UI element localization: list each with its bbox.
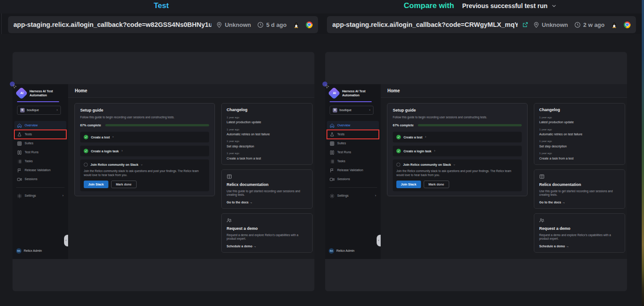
flag-icon <box>17 168 22 173</box>
task-join-slack: Join Relicx community on Slack › Join th… <box>80 159 209 191</box>
project-badge: B <box>20 108 25 112</box>
task-description: Join the Relicx community slack to ask q… <box>84 169 206 177</box>
gear-icon <box>330 194 335 198</box>
brand: AI Harness AI Test Automation <box>14 87 66 99</box>
sidebar-item-release-validation: Release Validation <box>327 166 379 175</box>
setup-guide-title: Setup guide <box>80 108 209 113</box>
sidebar-item-test-runs: Test Runs <box>14 148 66 157</box>
user-name: Relicx Admin <box>336 249 354 253</box>
documentation-title: Relicx documentation <box>539 182 620 188</box>
changelog-title: Changelog <box>539 108 620 113</box>
documentation-description: Use this guide to get started recording … <box>539 190 620 197</box>
sidebar-item-suites: Suites <box>14 139 66 148</box>
project-name: boutique <box>27 108 54 112</box>
chevron-right-icon: › <box>62 194 64 198</box>
sidebar-item-tests: Tests <box>14 130 66 139</box>
mark-done-button: Mark done <box>424 181 449 188</box>
sidebar-item-tests: Tests <box>327 130 379 139</box>
sidebar-item-label: Release Validation <box>25 168 51 172</box>
video-icon <box>17 177 22 182</box>
flask-icon <box>330 132 335 137</box>
check-icon <box>396 135 401 139</box>
join-slack-button: Join Slack <box>84 181 108 188</box>
test-screenshot-panel[interactable]: AI Harness AI Test Automation B boutique… <box>13 52 314 291</box>
task-description: Join the Relicx community slack to ask q… <box>396 169 518 177</box>
sidebar-item-release-validation: Release Validation <box>14 166 66 175</box>
comparison-panels: AI Harness AI Test Automation B boutique… <box>0 34 642 306</box>
compare-target-dropdown[interactable]: Previous successful test run <box>462 2 557 9</box>
test-title: Test <box>4 1 318 10</box>
check-icon <box>84 149 88 153</box>
test-url[interactable]: app-staging.relicx.ai/login_callback?cod… <box>13 21 211 28</box>
external-link-icon[interactable] <box>522 22 528 28</box>
harness-logo-icon: AI <box>15 87 28 99</box>
location-pin-icon <box>533 22 540 28</box>
changelog-entry: 1 year ago Automatic retries on test fai… <box>227 128 307 137</box>
sidebar-item-label: Tasks <box>337 159 345 163</box>
progress-bar <box>105 124 209 126</box>
chevron-down-icon <box>551 3 557 9</box>
sidebar-item-tasks: Tasks <box>14 157 66 166</box>
grid-icon <box>17 141 22 146</box>
brand-divider <box>17 101 59 102</box>
documentation-card: Relicx documentation Use this guide to g… <box>534 169 625 209</box>
app-main: Home Setup guide Follow this guide to be… <box>381 84 627 259</box>
join-slack-button: Join Slack <box>396 181 421 188</box>
request-demo-description: Request a demo and explore Relicx's capa… <box>227 233 307 241</box>
brand-title: Harness AI Test Automation <box>342 89 378 98</box>
gear-icon <box>17 194 22 198</box>
compare-with-label: Compare with <box>404 1 454 10</box>
unchecked-circle-icon <box>396 163 400 167</box>
home-icon <box>17 123 22 128</box>
brand: AI Harness AI Test Automation <box>327 87 379 99</box>
app-screenshot: AI Harness AI Test Automation B boutique… <box>325 84 627 259</box>
home-icon <box>330 123 335 128</box>
captured-time: 5 d ago <box>257 22 287 28</box>
sidebar-nav: Overview Tests Suites Test Runs <box>327 121 379 184</box>
request-demo-card: Request a demo Request a demo and explor… <box>534 213 625 253</box>
sidebar-item-label: Release Validation <box>337 168 363 172</box>
task-label: Create a login task <box>404 149 431 153</box>
check-icon <box>84 135 88 139</box>
list-icon <box>17 159 22 164</box>
request-demo-description: Request a demo and explore Relicx's capa… <box>539 233 620 241</box>
project-selector: B boutique › <box>17 106 61 115</box>
mark-done-button: Mark done <box>111 181 137 188</box>
task-create-a-test: Create a test › <box>393 132 522 142</box>
chevron-right-icon: › <box>425 135 426 139</box>
task-label: Create a test <box>91 135 110 139</box>
setup-guide-card: Setup guide Follow this guide to begin r… <box>387 103 528 196</box>
chevron-right-icon: › <box>369 108 370 112</box>
page-title: Home <box>387 88 400 94</box>
brand-title: Harness AI Test Automation <box>30 89 65 98</box>
request-demo-card: Request a demo Request a demo and explor… <box>221 213 313 253</box>
task-create-a-login-task: Create a login task › <box>393 146 522 156</box>
harness-logo-icon: AI <box>328 87 340 99</box>
schedule-demo-link: Schedule a demo → <box>539 244 620 248</box>
location-pin-icon <box>216 22 223 28</box>
task-label: Join Relicx community on Slack <box>403 163 451 167</box>
changelog-entry: 1 year ago Latest production update <box>539 116 620 125</box>
sidebar-item-settings: Settings › <box>14 191 66 200</box>
columns-icon <box>17 150 22 155</box>
changelog-entry: 1 year ago Create a task from a test <box>227 152 307 160</box>
task-label: Create a test <box>404 135 422 139</box>
changelog-entry: 1 year ago Latest production update <box>227 116 307 125</box>
changelog-entry: 1 year ago Create a task from a test <box>539 152 620 160</box>
compare-url[interactable]: app-staging.relicx.ai/login_callback?cod… <box>332 21 518 28</box>
sidebar-item-label: Test Runs <box>337 150 351 154</box>
chrome-browser-icon <box>624 22 631 28</box>
grid-icon <box>330 141 335 146</box>
project-name: boutique <box>339 108 367 112</box>
compare-screenshot-panel[interactable]: AI Harness AI Test Automation B boutique… <box>325 52 627 291</box>
video-icon <box>330 177 335 182</box>
linux-penguin-icon <box>293 22 300 28</box>
compare-url-bar[interactable]: app-staging.relicx.ai/login_callback?cod… <box>327 16 636 33</box>
unchecked-circle-icon <box>84 163 88 167</box>
cursor-pointer-icon <box>322 82 328 87</box>
people-icon <box>539 218 620 224</box>
request-demo-title: Request a demo <box>227 226 307 232</box>
test-url-bar[interactable]: app-staging.relicx.ai/login_callback?cod… <box>8 16 318 33</box>
sidebar-item-overview: Overview <box>14 121 66 130</box>
sidebar-item-label: Test Runs <box>25 150 39 154</box>
